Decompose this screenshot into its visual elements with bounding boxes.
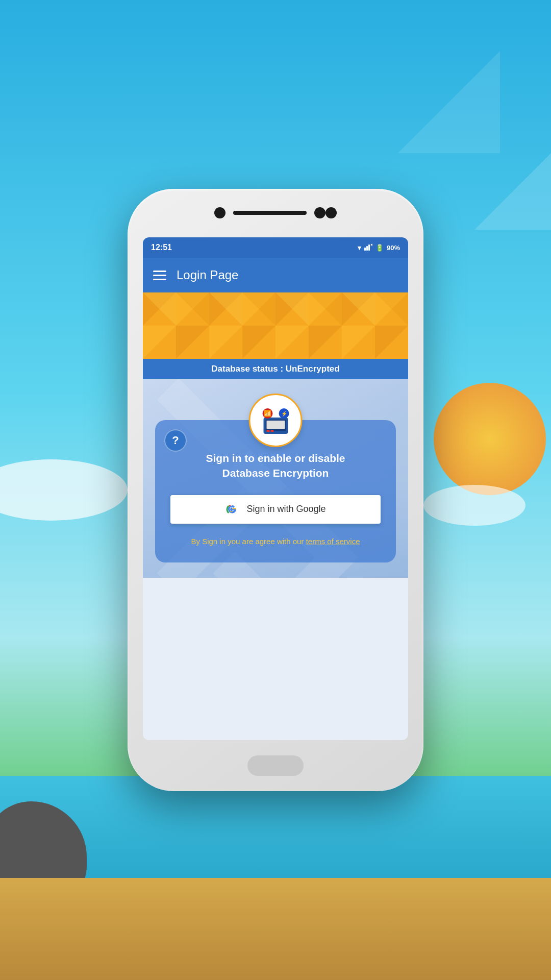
- terms-link[interactable]: terms of service: [306, 537, 360, 546]
- wifi-icon: ▾: [358, 244, 361, 252]
- db-status-bar: Database status : UnEncrypted: [143, 359, 408, 379]
- notch-dot-2: [325, 207, 337, 218]
- google-signin-button[interactable]: Sign in with Google: [170, 495, 381, 524]
- status-bar: 12:51 ▾ 🔋 90%: [143, 237, 408, 258]
- status-icons: ▾ 🔋 90%: [358, 243, 400, 252]
- svg-rect-32: [266, 421, 285, 429]
- bg-triangle-1: [474, 153, 551, 230]
- notch-speaker: [233, 211, 307, 215]
- signal-icon: [364, 243, 372, 252]
- svg-text:📶: 📶: [264, 409, 271, 417]
- banner-pattern: [143, 292, 408, 359]
- notch-camera: [214, 207, 226, 218]
- phone-wrapper: 12:51 ▾ 🔋 90%: [128, 189, 423, 791]
- notch-dot-1: [314, 207, 325, 218]
- terms-prefix: By Sign in you are agree with our: [191, 537, 306, 546]
- status-time: 12:51: [151, 243, 172, 252]
- app-title: Login Page: [177, 268, 238, 282]
- db-status-text: Database status : UnEncrypted: [211, 364, 339, 374]
- app-bar: Login Page: [143, 258, 408, 292]
- phone-notch: [204, 208, 347, 217]
- device-icon: 📶 ⚡: [258, 403, 293, 438]
- svg-rect-2: [368, 244, 370, 251]
- google-g-icon: [225, 502, 239, 517]
- help-icon: ?: [172, 434, 179, 447]
- phone-home-button[interactable]: [247, 755, 304, 776]
- bg-triangle-2: [398, 51, 500, 153]
- phone-screen: 12:51 ▾ 🔋 90%: [143, 237, 408, 740]
- hamburger-menu-icon[interactable]: [153, 271, 166, 280]
- card-title-line1: Sign in to enable or disable: [206, 452, 345, 464]
- svg-rect-34: [270, 430, 273, 432]
- svg-rect-33: [266, 430, 269, 432]
- google-signin-label: Sign in with Google: [246, 504, 325, 514]
- battery-pct: 90%: [387, 244, 400, 252]
- svg-rect-1: [366, 246, 368, 251]
- help-button[interactable]: ?: [164, 429, 187, 452]
- login-card: 📶 ⚡ ? Sign in to enable or disable Datab…: [155, 420, 396, 562]
- card-title: Sign in to enable or disable Database En…: [170, 451, 381, 481]
- bg-sun: [434, 383, 546, 495]
- svg-rect-0: [364, 248, 366, 251]
- bg-sand: [0, 878, 551, 980]
- card-title-line2: Database Encryption: [222, 467, 329, 479]
- battery-icon: 🔋: [375, 244, 384, 252]
- header-banner: [143, 292, 408, 359]
- device-icon-wrap: 📶 ⚡: [249, 394, 303, 447]
- bg-cloud-1: [0, 459, 128, 521]
- svg-text:⚡: ⚡: [281, 410, 287, 417]
- terms-text: By Sign in you are agree with our terms …: [170, 536, 381, 548]
- main-content: 📶 ⚡ ? Sign in to enable or disable Datab…: [143, 379, 408, 578]
- bg-cloud-2: [423, 485, 525, 526]
